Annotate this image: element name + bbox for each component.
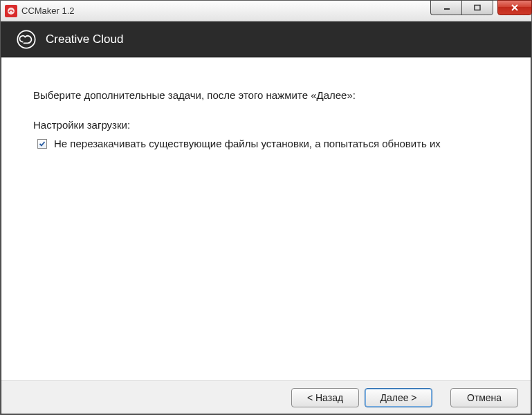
window-title: CCMaker 1.2 — [21, 6, 75, 16]
app-window: CCMaker 1.2 Creative Cloud Выбе — [0, 0, 532, 415]
maximize-button[interactable] — [461, 0, 493, 15]
titlebar[interactable]: CCMaker 1.2 — [1, 1, 531, 21]
cancel-button[interactable]: Отмена — [450, 388, 518, 407]
option-row: Не перезакачивать существующие файлы уст… — [33, 136, 499, 151]
option1-label[interactable]: Не перезакачивать существующие файлы уст… — [54, 136, 441, 151]
next-button[interactable]: Далее > — [365, 388, 432, 407]
svg-rect-2 — [475, 6, 480, 10]
back-button[interactable]: < Назад — [291, 388, 359, 407]
instruction-text: Выберите дополнительные задачи, после эт… — [33, 89, 499, 101]
window-controls — [431, 0, 532, 15]
svg-point-0 — [8, 8, 15, 15]
window-body: Creative Cloud Выберите дополнительные з… — [1, 21, 531, 414]
minimize-button[interactable] — [430, 0, 462, 15]
option1-checkbox[interactable] — [37, 139, 47, 149]
creative-cloud-icon — [17, 30, 36, 49]
banner-title: Creative Cloud — [46, 33, 123, 46]
footer: < Назад Далее > Отмена — [1, 380, 531, 414]
app-icon — [5, 5, 17, 17]
content-area: Выберите дополнительные задачи, после эт… — [1, 57, 531, 380]
close-button[interactable] — [497, 0, 532, 15]
section-label: Настройки загрузки: — [33, 119, 499, 131]
banner: Creative Cloud — [1, 21, 531, 57]
